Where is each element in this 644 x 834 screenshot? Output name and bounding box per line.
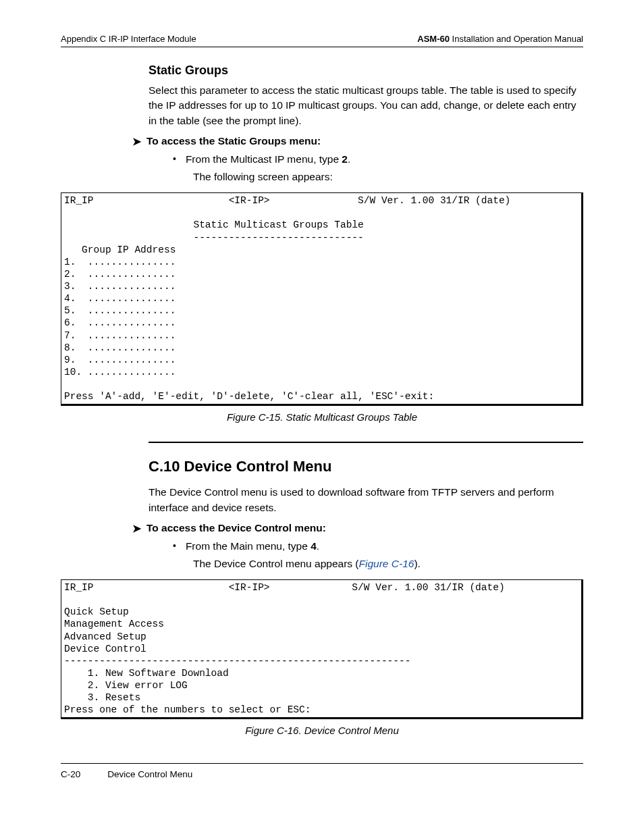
running-header: Appendix C IR-IP Interface Module ASM-60…: [61, 34, 583, 47]
device-control-result: The Device Control menu appears (Figure …: [193, 558, 583, 570]
device-control-paragraph: The Device Control menu is used to downl…: [149, 485, 583, 515]
bullet-icon: •: [173, 153, 176, 165]
page-footer: C-20 Device Control Menu: [61, 763, 583, 779]
device-control-procedure: ➤ To access the Device Control menu:: [132, 522, 583, 536]
static-groups-section: Static Groups Select this parameter to a…: [149, 63, 583, 183]
step-text: From the Main menu, type 4.: [186, 540, 319, 552]
static-groups-step: • From the Multicast IP menu, type 2.: [173, 153, 583, 165]
bullet-icon: •: [173, 540, 176, 552]
static-groups-heading: Static Groups: [149, 63, 583, 78]
static-groups-paragraph: Select this parameter to access the stat…: [149, 83, 583, 128]
header-right: ASM-60 Installation and Operation Manual: [417, 34, 583, 44]
step-post: .: [317, 540, 319, 552]
footer-page-number: C-20: [61, 769, 80, 779]
step-key: 4: [311, 540, 317, 552]
terminal-screen-device-control: IR_IP <IR-IP> S/W Ver. 1.00 31/IR (date)…: [61, 579, 583, 719]
result-post: ).: [414, 558, 420, 569]
procedure-text: To access the Static Groups menu:: [146, 135, 321, 147]
procedure-text: To access the Device Control menu:: [146, 522, 326, 534]
figure-c16-link[interactable]: Figure C-16: [359, 558, 414, 569]
section-divider: [149, 442, 583, 443]
header-left: Appendix C IR-IP Interface Module: [61, 34, 196, 44]
arrow-icon: ➤: [132, 522, 141, 536]
figure-c16-caption: Figure C-16. Device Control Menu: [61, 725, 583, 736]
device-control-section: C.10 Device Control Menu The Device Cont…: [149, 442, 583, 570]
header-right-rest: Installation and Operation Manual: [450, 34, 583, 44]
step-text: From the Multicast IP menu, type 2.: [186, 153, 350, 165]
static-groups-result: The following screen appears:: [193, 171, 583, 183]
device-control-step: • From the Main menu, type 4.: [173, 540, 583, 552]
footer-section-title: Device Control Menu: [107, 769, 192, 779]
device-control-heading: C.10 Device Control Menu: [149, 458, 583, 475]
arrow-icon: ➤: [132, 135, 141, 149]
step-post: .: [348, 153, 350, 165]
result-pre: The Device Control menu appears (: [193, 558, 359, 569]
header-right-bold: ASM-60: [417, 34, 450, 44]
terminal-screen-static-groups: IR_IP <IR-IP> S/W Ver. 1.00 31/IR (date)…: [61, 192, 583, 406]
step-pre: From the Main menu, type: [186, 540, 311, 552]
step-pre: From the Multicast IP menu, type: [186, 153, 342, 165]
figure-c15-caption: Figure C-15. Static Multicast Groups Tab…: [61, 411, 583, 423]
step-key: 2: [342, 153, 348, 165]
static-groups-procedure: ➤ To access the Static Groups menu:: [132, 135, 583, 149]
page: Appendix C IR-IP Interface Module ASM-60…: [0, 0, 644, 806]
